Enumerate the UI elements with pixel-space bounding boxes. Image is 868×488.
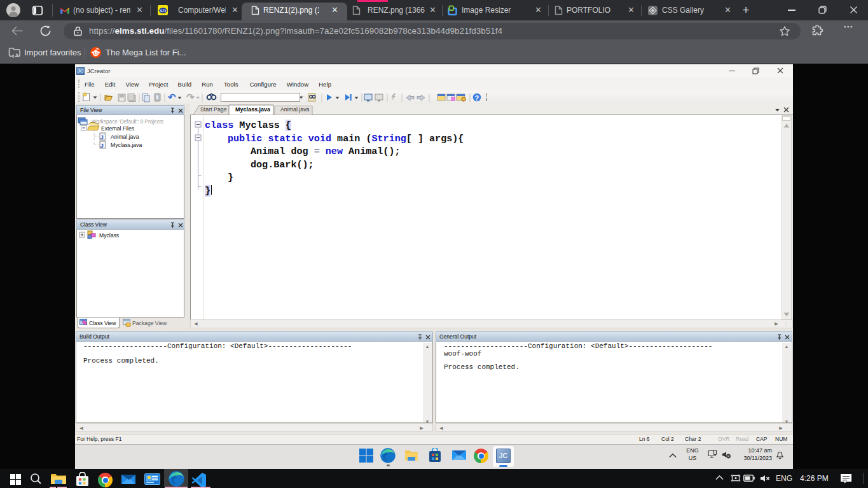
svg-text:J: J xyxy=(100,142,104,149)
svg-text:Myclass.java: Myclass.java xyxy=(111,142,142,148)
svg-text:STI: STI xyxy=(160,9,166,13)
svg-text:Myclass: Myclass xyxy=(99,232,119,239)
svg-text:Animal.java: Animal.java xyxy=(111,134,139,140)
svg-text:Workspace 'Default': 0 Project: Workspace 'Default': 0 Projects xyxy=(92,119,163,125)
svg-text:J: J xyxy=(100,134,104,141)
svg-text:↶: ↶ xyxy=(167,92,176,102)
svg-text:?: ? xyxy=(475,94,479,102)
svg-text:External Files: External Files xyxy=(101,125,134,132)
svg-text:↷: ↷ xyxy=(186,92,195,102)
